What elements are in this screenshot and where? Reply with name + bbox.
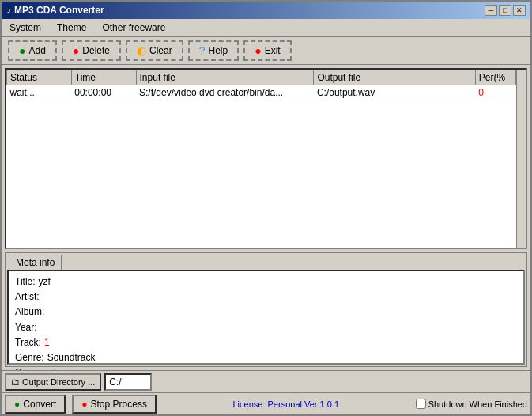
col-output: Output file (314, 70, 475, 85)
file-table: Status Time Input file Output file Per(%… (6, 70, 516, 100)
main-content: Status Time Input file Output file Per(%… (2, 65, 530, 370)
table-scrollbar[interactable] (516, 70, 526, 248)
convert-icon: ● (14, 399, 20, 410)
meta-title-label: Title: (15, 274, 36, 289)
toolbar: ● Add ● Delete ◐ Clear ? Help ● Exit (2, 37, 530, 65)
shutdown-area: Shutdown When Finished (416, 399, 527, 409)
file-table-container: Status Time Input file Output file Per(%… (5, 68, 527, 249)
add-icon: ● (19, 44, 25, 57)
title-bar-controls: ─ □ ✕ (485, 5, 526, 16)
meta-album-line: Album: (15, 304, 517, 320)
cell-percent: 0 (475, 85, 515, 100)
meta-artist-line: Artist: (15, 289, 517, 304)
stop-button[interactable]: ● Stop Process (72, 395, 157, 414)
stop-icon: ● (81, 399, 87, 410)
menu-theme[interactable]: Theme (52, 21, 91, 35)
meta-track-line: Track: 1 (15, 335, 517, 350)
col-time: Time (71, 70, 136, 85)
cell-status: wait... (7, 85, 72, 100)
minimize-button[interactable]: ─ (485, 5, 497, 16)
status-bar: ● Convert ● Stop Process License: Person… (2, 392, 530, 414)
cell-output: C:/output.wav (314, 85, 475, 100)
clear-icon: ◐ (137, 44, 146, 57)
meta-artist-label: Artist: (15, 289, 40, 304)
cell-time: 00:00:00 (71, 85, 136, 100)
help-button[interactable]: ? Help (188, 40, 239, 61)
meta-info-tab[interactable]: Meta info (9, 255, 62, 270)
cell-input: S:/f/dev/video dvd creator/bin/da... (136, 85, 314, 100)
close-button[interactable]: ✕ (513, 5, 526, 16)
output-directory-input[interactable] (104, 373, 152, 391)
convert-button[interactable]: ● Convert (5, 395, 66, 414)
maximize-button[interactable]: □ (499, 5, 511, 16)
col-percent: Per(% (475, 70, 515, 85)
output-directory-bar: 🗂 Output Directory ... (2, 370, 530, 392)
menu-other-freeware[interactable]: Other freeware (97, 21, 170, 35)
delete-button[interactable]: ● Delete (62, 40, 121, 61)
shutdown-checkbox[interactable] (416, 399, 426, 409)
meta-info-content: Title: yzf Artist: Album: Year: Track: (7, 270, 525, 365)
meta-track-value: 1 (44, 335, 50, 350)
help-icon: ? (199, 44, 206, 57)
app-icon: ♪ (6, 5, 11, 16)
delete-icon: ● (73, 44, 79, 57)
main-window: ♪ MP3 CDA Converter ─ □ ✕ System Theme O… (0, 0, 532, 416)
table-header-row: Status Time Input file Output file Per(% (7, 70, 516, 85)
output-directory-button[interactable]: 🗂 Output Directory ... (5, 373, 101, 391)
exit-button[interactable]: ● Exit (243, 40, 291, 61)
menu-system[interactable]: System (5, 21, 46, 35)
meta-album-label: Album: (15, 304, 44, 320)
meta-year-label: Year: (15, 320, 37, 335)
title-bar-text: ♪ MP3 CDA Converter (6, 5, 104, 16)
table-row[interactable]: wait... 00:00:00 S:/f/dev/video dvd crea… (7, 85, 516, 100)
col-status: Status (7, 70, 72, 85)
meta-info-section: Meta info Title: yzf Artist: Album: Year… (5, 252, 527, 367)
meta-genre-line: Genre: Soundtrack (15, 350, 517, 365)
meta-track-label: Track: (15, 335, 41, 350)
clear-button[interactable]: ◐ Clear (126, 40, 183, 61)
meta-genre-label: Genre: (15, 350, 44, 365)
meta-genre-value: Soundtrack (47, 350, 96, 365)
meta-title-value: yzf (39, 274, 51, 289)
col-input: Input file (136, 70, 314, 85)
license-text: License: Personal Ver:1.0.1 (163, 399, 409, 409)
folder-icon: 🗂 (11, 377, 20, 387)
shutdown-label: Shutdown When Finished (428, 399, 527, 409)
title-bar: ♪ MP3 CDA Converter ─ □ ✕ (2, 2, 530, 19)
app-title: MP3 CDA Converter (14, 5, 104, 16)
meta-year-line: Year: (15, 320, 517, 335)
exit-icon: ● (255, 44, 261, 57)
meta-title-line: Title: yzf (15, 274, 517, 289)
menu-bar: System Theme Other freeware (2, 19, 530, 37)
add-button[interactable]: ● Add (8, 40, 57, 61)
